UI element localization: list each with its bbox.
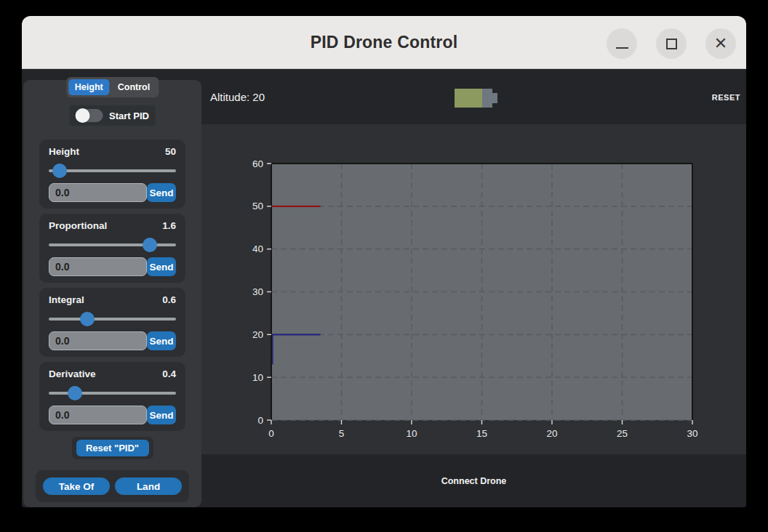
pid-groups: Height 50 Send Proportional [39, 140, 185, 436]
group-integral: Integral 0.6 Send [39, 288, 185, 357]
svg-text:0: 0 [268, 428, 274, 439]
svg-text:30: 30 [252, 286, 263, 297]
svg-text:5: 5 [339, 428, 345, 439]
reset-chart-button[interactable]: RESET [712, 70, 740, 124]
group-value: 0.4 [162, 368, 176, 379]
height-send-button[interactable]: Send [147, 183, 176, 202]
group-label: Integral [49, 294, 84, 305]
tab-control[interactable]: Control [111, 79, 156, 95]
land-button[interactable]: Land [115, 477, 182, 495]
svg-text:50: 50 [252, 201, 263, 211]
group-value: 1.6 [162, 220, 176, 231]
main-area: Altitude: 20 RESET 010203040506005101520… [201, 70, 746, 507]
close-icon: ✕ [714, 36, 727, 52]
battery-icon [455, 89, 498, 108]
title-bar[interactable]: PID Drone Control ✕ [22, 16, 746, 69]
derivative-input[interactable] [49, 406, 147, 424]
status-bar: Altitude: 20 RESET [201, 70, 746, 124]
svg-text:10: 10 [406, 428, 417, 439]
close-button[interactable]: ✕ [705, 28, 736, 59]
maximize-icon [666, 39, 677, 49]
group-label: Derivative [49, 368, 96, 379]
slider-thumb[interactable] [52, 164, 67, 178]
svg-text:20: 20 [252, 329, 263, 340]
bottom-bar: Connect Drone [201, 454, 746, 507]
proportional-input[interactable] [49, 257, 147, 276]
svg-text:60: 60 [252, 158, 263, 169]
reset-pid-container: Reset "PID" [72, 437, 153, 459]
group-value: 0.6 [162, 294, 176, 305]
group-proportional: Proportional 1.6 Send [39, 214, 185, 283]
svg-text:40: 40 [252, 243, 263, 254]
height-slider[interactable] [49, 164, 176, 178]
proportional-send-button[interactable]: Send [147, 257, 176, 276]
svg-text:30: 30 [687, 428, 697, 439]
reset-pid-button[interactable]: Reset "PID" [76, 440, 149, 456]
integral-slider[interactable] [49, 312, 176, 326]
maximize-button[interactable] [656, 28, 687, 59]
slider-thumb[interactable] [143, 238, 157, 252]
group-label: Proportional [49, 220, 107, 231]
connect-drone-button[interactable]: Connect Drone [441, 476, 507, 486]
group-height: Height 50 Send [39, 140, 185, 209]
group-derivative: Derivative 0.4 Send [39, 362, 185, 431]
window-controls: ✕ [607, 28, 736, 59]
chart-panel: 0102030405060051015202530 [201, 124, 746, 454]
content-area: Height Control Start PID Height 50 [22, 70, 746, 507]
proportional-slider[interactable] [49, 238, 176, 252]
battery-empty [482, 89, 492, 108]
altitude-chart: 0102030405060051015202530 [228, 156, 711, 446]
start-pid-row: Start PID [69, 105, 156, 126]
tab-bar: Height Control [66, 77, 159, 97]
svg-text:20: 20 [546, 428, 557, 439]
takeoff-button[interactable]: Take Of [43, 477, 110, 495]
sidebar: Height Control Start PID Height 50 [23, 80, 201, 507]
start-pid-label: Start PID [109, 110, 149, 121]
slider-track [49, 169, 176, 172]
flight-buttons-container: Take Of Land [36, 470, 189, 502]
toggle-knob-icon [75, 108, 89, 123]
battery-level [455, 89, 482, 108]
height-input[interactable] [49, 183, 147, 202]
derivative-slider[interactable] [49, 386, 176, 400]
start-pid-toggle[interactable] [76, 109, 103, 122]
minimize-button[interactable] [607, 28, 637, 59]
group-label: Height [49, 146, 79, 157]
integral-send-button[interactable]: Send [147, 331, 176, 350]
slider-thumb[interactable] [68, 386, 82, 400]
app-window: PID Drone Control ✕ Height Control Start… [22, 16, 746, 507]
battery-terminal [492, 93, 497, 103]
slider-thumb[interactable] [80, 312, 95, 326]
slider-track [49, 318, 176, 321]
group-value: 50 [165, 146, 176, 157]
altitude-readout: Altitude: 20 [210, 70, 265, 124]
svg-text:25: 25 [617, 428, 628, 439]
svg-text:15: 15 [476, 428, 487, 439]
svg-text:10: 10 [252, 372, 263, 383]
tab-height[interactable]: Height [68, 79, 110, 95]
integral-input[interactable] [49, 331, 147, 350]
minimize-icon [616, 47, 628, 49]
svg-text:0: 0 [257, 415, 263, 426]
derivative-send-button[interactable]: Send [147, 406, 176, 424]
